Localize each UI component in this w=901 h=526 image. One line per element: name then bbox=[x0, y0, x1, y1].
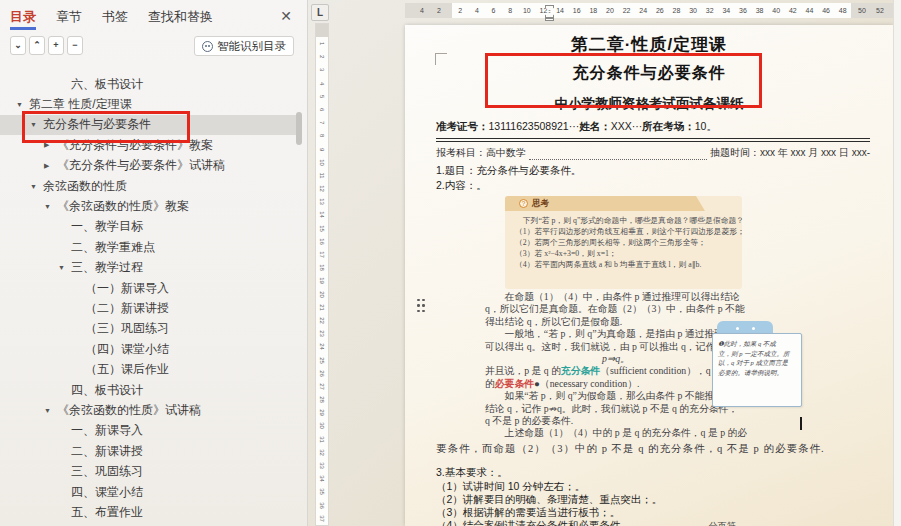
hruler-number: 34 bbox=[718, 3, 735, 18]
tree-item[interactable]: 二、教学重难点 bbox=[0, 237, 296, 257]
tree-arrow-icon[interactable]: ▼ bbox=[44, 203, 57, 210]
scan-line: 可以得出 q。这时，我们就说，由 p 可以推出 q，记作 bbox=[485, 341, 747, 353]
note-line: 以，q 对于 p 成立而言是 bbox=[718, 358, 797, 368]
question-icon: ？ bbox=[519, 199, 528, 208]
hruler-number: 46 bbox=[818, 3, 835, 18]
left-indent-marker[interactable] bbox=[545, 18, 554, 21]
vruler-number: 2 bbox=[315, 51, 328, 63]
hruler-number: 20 bbox=[602, 3, 619, 18]
panel-tab[interactable]: 目录 bbox=[10, 6, 36, 30]
tree-item[interactable]: 五、布置作业 bbox=[0, 502, 296, 522]
collapse-all-button[interactable]: ⌄ bbox=[10, 36, 26, 55]
vruler-number: 25 bbox=[315, 354, 328, 366]
double-rule bbox=[436, 138, 870, 142]
vruler-number: 33 bbox=[315, 460, 328, 472]
vruler-number: 26 bbox=[315, 367, 328, 379]
tree-item[interactable]: 一、教学目标 bbox=[0, 217, 296, 237]
vruler-number: 15 bbox=[315, 222, 328, 234]
hruler-number: 4 bbox=[469, 3, 486, 18]
vruler-number: 22 bbox=[315, 315, 328, 327]
hruler-number: 8 bbox=[502, 3, 519, 18]
vruler-number: 3 bbox=[315, 64, 328, 76]
tree-item[interactable]: 四、课堂小结 bbox=[0, 482, 296, 502]
hruler-number: 26 bbox=[652, 3, 669, 18]
zoom-in-button[interactable]: + bbox=[48, 36, 64, 55]
page-break-label: 分页符 bbox=[709, 520, 736, 526]
hruler-number: 52 bbox=[876, 3, 884, 18]
panel-tab[interactable]: 章节 bbox=[56, 6, 82, 30]
tree-item[interactable]: ▶ 《充分条件与必要条件》试讲稿 bbox=[0, 156, 296, 176]
window-scrollbar[interactable] bbox=[893, 0, 901, 526]
hruler-number: 16 bbox=[568, 3, 585, 18]
requirement-line: （1）试讲时间 10 分钟左右；。 bbox=[436, 480, 662, 493]
hruler-number: 50 bbox=[858, 3, 866, 18]
textbook-paragraphs: 在命题（1）（4）中，由条件 p 通过推理可以得出结论q，所以它们是真命题。在命… bbox=[485, 291, 747, 440]
horizontal-ruler: 4 2 246810121416182022242628303234363840… bbox=[405, 3, 901, 18]
tree-item[interactable]: 四、板书设计 bbox=[0, 380, 296, 400]
tree-item[interactable]: 一、新课导入 bbox=[0, 421, 296, 441]
vruler-number: 19 bbox=[315, 275, 328, 287]
page-break-line: （4）结合案例讲清充分条件和必要条件。 分页符 bbox=[436, 519, 876, 526]
tree-item[interactable]: 三、巩固练习 bbox=[0, 461, 296, 481]
vruler-number: 32 bbox=[315, 446, 328, 458]
vruler-number: 35 bbox=[315, 486, 328, 498]
zoom-out-button[interactable]: − bbox=[67, 36, 83, 55]
vruler-number: 1 bbox=[315, 38, 328, 50]
tree-item[interactable]: 六、板书设计 bbox=[0, 74, 296, 94]
scan-line: 结论 q，记作 p⇏q。此时，我们就说 p 不是 q 的充分条件， bbox=[485, 403, 747, 415]
vruler-number: 27 bbox=[315, 380, 328, 392]
necessary-condition-term: 必要条件 bbox=[495, 378, 534, 389]
tree-item[interactable]: （一）新课导入 bbox=[0, 278, 296, 298]
vruler-number: 6 bbox=[315, 104, 328, 116]
vruler-number: 17 bbox=[315, 249, 328, 261]
document-workspace: L 12345678910111213141516171819202122232… bbox=[308, 0, 901, 526]
tree-item[interactable]: ▼ 《余弦函数的性质》教案 bbox=[0, 196, 296, 216]
requirement-line: （3）根据讲解的需要适当进行板书；。 bbox=[436, 506, 662, 519]
think-box-line: （3）若 x²−4x+3=0，则 x=1； bbox=[515, 248, 738, 259]
sidebar-scrollbar-thumb[interactable] bbox=[296, 112, 302, 145]
hruler-number: 2 bbox=[452, 3, 469, 18]
tree-item[interactable]: ▼ 三、教学过程 bbox=[0, 258, 296, 278]
tree-item[interactable]: （四）课堂小结 bbox=[0, 339, 296, 359]
vruler-number: 31 bbox=[315, 433, 328, 445]
tree-item[interactable]: （二）新课讲授 bbox=[0, 298, 296, 318]
object-drag-handle[interactable] bbox=[416, 297, 426, 314]
tree-arrow-icon[interactable]: ▼ bbox=[44, 407, 57, 414]
requirements-title: 3.基本要求：。 bbox=[436, 466, 508, 480]
close-icon[interactable]: ✕ bbox=[277, 7, 295, 25]
tree-arrow-icon[interactable]: ▼ bbox=[30, 183, 43, 190]
sufficient-condition-term: 充分条件 bbox=[561, 365, 600, 376]
hruler-number: 48 bbox=[834, 3, 851, 18]
scan-line: 并且说，p 是 q 的充分条件（sufficient condition），q … bbox=[485, 365, 747, 377]
hruler-number: 22 bbox=[618, 3, 635, 18]
tree-item[interactable]: （五）课后作业 bbox=[0, 359, 296, 379]
tree-item[interactable]: 二、新课讲授 bbox=[0, 441, 296, 461]
panel-tab[interactable]: 书签 bbox=[102, 6, 128, 30]
scan-line: q 不是 p 的必要条件. bbox=[485, 415, 747, 427]
vruler-number: 14 bbox=[315, 209, 328, 221]
panel-tab[interactable]: 查找和替换 bbox=[148, 6, 213, 30]
think-box-line: （1）若平行四边形的对角线互相垂直，则这个平行四边形是菱形； bbox=[515, 226, 738, 237]
hruler-number: 18 bbox=[585, 3, 602, 18]
vruler-number: 9 bbox=[315, 143, 328, 155]
tree-arrow-icon[interactable]: ▶ bbox=[44, 162, 57, 170]
vruler-number: 11 bbox=[315, 169, 328, 181]
tab-stop-selector[interactable]: L bbox=[311, 4, 329, 21]
vruler-number: 23 bbox=[315, 328, 328, 340]
tree-item[interactable]: ▼ 《余弦函数的性质》试讲稿 bbox=[0, 400, 296, 420]
tree-item[interactable]: （三）巩固练习 bbox=[0, 319, 296, 339]
vruler-number: 16 bbox=[315, 235, 328, 247]
vruler-number: 37 bbox=[315, 512, 328, 524]
scan-line: 上述命题（1）（4）中的 p 是 q 的充分条件，q 是 p 的必 bbox=[485, 427, 747, 439]
tree-arrow-icon[interactable]: ▼ bbox=[16, 101, 29, 108]
document-page[interactable]: 第二章·性质/定理课 充分条件与必要条件 中小学教师资格考试面试备课纸 准考证号… bbox=[405, 25, 893, 526]
tree-item[interactable]: ▼ 余弦函数的性质 bbox=[0, 176, 296, 196]
note-line: ❶此时，如果 q 不成 bbox=[718, 339, 797, 349]
tree-arrow-icon[interactable]: ▼ bbox=[58, 264, 71, 271]
panel-tabs: 目录章节书签查找和替换 bbox=[10, 6, 213, 30]
hruler-number: 32 bbox=[701, 3, 718, 18]
expand-all-button[interactable]: ⌃ bbox=[29, 36, 45, 55]
smart-recognize-toc-button[interactable]: 智能识别目录 bbox=[194, 36, 294, 56]
vruler-number: 36 bbox=[315, 499, 328, 511]
textbook-think-box: ？ 思考 下列“若 p，则 q”形式的命题中，哪些是真命题？哪些是假命题？（1）… bbox=[505, 196, 742, 289]
